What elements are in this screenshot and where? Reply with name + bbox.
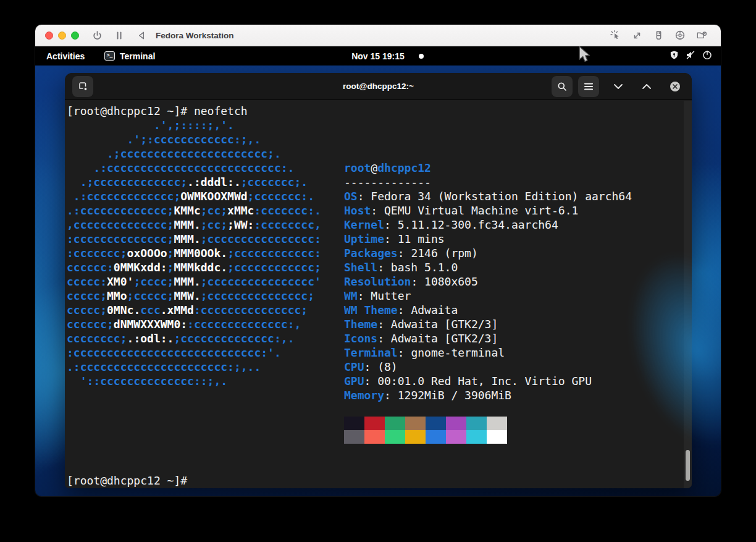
- text-line: .:cccccccccccccccccccccc:;,..: [67, 360, 321, 374]
- palette-swatch: [364, 417, 385, 430]
- palette-swatch: [364, 430, 385, 444]
- terminal-headerbar: root@dhcppc12:~: [65, 73, 692, 100]
- text-line: -------------: [344, 175, 632, 189]
- text-line: .';:cccccccccccc:;,.: [67, 132, 321, 146]
- palette-swatch: [487, 417, 507, 430]
- palette-swatch: [405, 417, 426, 430]
- power-icon: [702, 50, 712, 62]
- text-line: .;cccccccccccccccccccccc;.: [67, 146, 321, 161]
- minimize-button[interactable]: [58, 32, 66, 40]
- menu-button[interactable]: [578, 76, 599, 97]
- text-line: Host: QEMU Virtual Machine virt-6.1: [344, 203, 632, 218]
- pause-icon[interactable]: [114, 30, 125, 41]
- zoom-button[interactable]: [71, 32, 79, 40]
- text-line: .:ccccccccccccc;KMMc;cc;xMMc:ccccccc:.: [67, 203, 321, 218]
- vm-window-title: Fedora Workstation: [156, 31, 234, 40]
- text-line: cccccc:0MMKxdd:;MMMkddc.;cccccccccccc;: [67, 260, 321, 274]
- gnome-top-bar: Activities >_ Terminal Nov 15 19:15: [35, 46, 721, 66]
- palette-swatch: [446, 430, 466, 444]
- resize-icon[interactable]: [631, 30, 642, 41]
- back-icon[interactable]: [136, 30, 147, 41]
- scrollbar-thumb[interactable]: [686, 450, 690, 481]
- ascii-art: .',;::::;,'. .';:cccccccccccc:;,. .;cccc…: [67, 118, 321, 388]
- close-button[interactable]: [45, 32, 53, 40]
- text-line: :ccccccc;oxOOOo;MMM0OOk.;cccccccccccc:: [67, 246, 321, 260]
- text-line: Icons: Adwaita [GTK2/3]: [344, 331, 632, 345]
- traffic-lights: [45, 32, 79, 40]
- power-icon[interactable]: [91, 30, 103, 41]
- text-line: .:ccccccccccccc;OWMKOOXMWd;ccccccc:.: [67, 189, 321, 203]
- text-line: Terminal: gnome-terminal: [344, 345, 632, 360]
- palette-swatch: [405, 430, 426, 444]
- text-line: .',;::::;,'.: [67, 118, 321, 132]
- text-line: Memory: 1292MiB / 3906MiB: [344, 388, 632, 402]
- clock-button[interactable]: Nov 15 19:15: [35, 46, 721, 66]
- text-line: Kernel: 5.11.12-300.fc34.aarch64: [344, 218, 632, 232]
- palette-swatch: [344, 430, 364, 444]
- command-line: [root@dhcppc12 ~]# neofetch: [67, 104, 248, 118]
- clock-label: Nov 15 19:15: [351, 51, 405, 61]
- palette-swatch: [426, 417, 446, 430]
- text-line: CPU: (8): [344, 360, 632, 374]
- palette-swatch: [466, 430, 487, 444]
- palette-swatch: [446, 417, 466, 430]
- text-line: WM Theme: Adwaita: [344, 303, 632, 317]
- mouse-cursor: [578, 46, 592, 66]
- shield-icon: [670, 50, 679, 62]
- palette-swatch: [385, 430, 405, 444]
- text-line: root@dhcppc12: [344, 161, 632, 175]
- text-line: .:cccccccccccccccccccccccccc:.: [67, 161, 321, 175]
- maximize-window-button[interactable]: [637, 77, 656, 96]
- scrollbar-track[interactable]: [684, 101, 692, 488]
- palette-swatch: [466, 417, 487, 430]
- vm-window: Fedora Workstation: [35, 25, 721, 496]
- usb-icon[interactable]: [653, 30, 664, 41]
- text-line: WM: Mutter: [344, 289, 632, 303]
- volume-muted-icon: [686, 50, 695, 62]
- text-line: '::cccccccccccccc::;,.: [67, 374, 321, 388]
- disc-icon[interactable]: [674, 30, 686, 41]
- text-line: cccccccc;.:odl:.;cccccccccccccc:,.: [67, 331, 321, 345]
- palette-swatch: [487, 430, 507, 444]
- notification-dot: [419, 54, 424, 59]
- text-line: Uptime: 11 mins: [344, 232, 632, 246]
- minimize-window-button[interactable]: [609, 77, 628, 96]
- palette-swatch: [344, 417, 364, 430]
- text-line: Shell: bash 5.1.0: [344, 260, 632, 274]
- terminal-window: root@dhcppc12:~: [65, 73, 692, 488]
- system-status-area[interactable]: [670, 46, 712, 66]
- text-line: GPU: 00:01.0 Red Hat, Inc. Virtio GPU: [344, 374, 632, 388]
- vm-titlebar: Fedora Workstation: [35, 25, 721, 46]
- text-line: ccccc;0MNc.ccc.xMMd:ccccccccccccccc;: [67, 303, 321, 317]
- text-line: ccccc:XM0';cccc;MMM.;cccccccccccccccc': [67, 274, 321, 289]
- text-line: ccccc;MMo;ccccc;MMW.;ccccccccccccccc;: [67, 289, 321, 303]
- capture-cursor-icon[interactable]: [610, 30, 621, 41]
- text-line: .;ccccccccccccc;.:dddl:.;ccccccc;.: [67, 175, 321, 189]
- search-button[interactable]: [552, 76, 573, 97]
- terminal-screen[interactable]: [root@dhcppc12 ~]# neofetch .',;::::;,'.…: [65, 101, 692, 488]
- palette-swatch: [385, 417, 405, 430]
- text-line: :cccccccccccccccccccccccccccc:'.: [67, 345, 321, 360]
- text-line: Packages: 2146 (rpm): [344, 246, 632, 260]
- neofetch-info: root@dhcppc12-------------OS: Fedora 34 …: [344, 161, 632, 402]
- text-line: cccccc;dNMWXXXWM0::cccccccccccccc:,: [67, 317, 321, 331]
- new-tab-button[interactable]: [72, 76, 93, 97]
- close-window-button[interactable]: [666, 77, 684, 96]
- terminal-color-palette: [344, 417, 507, 444]
- text-line: :cccccccccccccc;MMM.;cccccccccccccccc:: [67, 232, 321, 246]
- drive-icon[interactable]: [696, 30, 707, 41]
- desktop-wallpaper: root@dhcppc12:~: [35, 66, 721, 496]
- prompt-line: [root@dhcppc12 ~]#: [67, 473, 187, 488]
- text-line: ,cccccccccccccc;MMM.;cc;;WW::cccccccc,: [67, 218, 321, 232]
- screen: Fedora Workstation: [0, 0, 756, 542]
- text-line: OS: Fedora 34 (Workstation Edition) aarc…: [344, 189, 632, 203]
- text-line: Resolution: 1080x605: [344, 274, 632, 289]
- text-line: Theme: Adwaita [GTK2/3]: [344, 317, 632, 331]
- palette-swatch: [426, 430, 446, 444]
